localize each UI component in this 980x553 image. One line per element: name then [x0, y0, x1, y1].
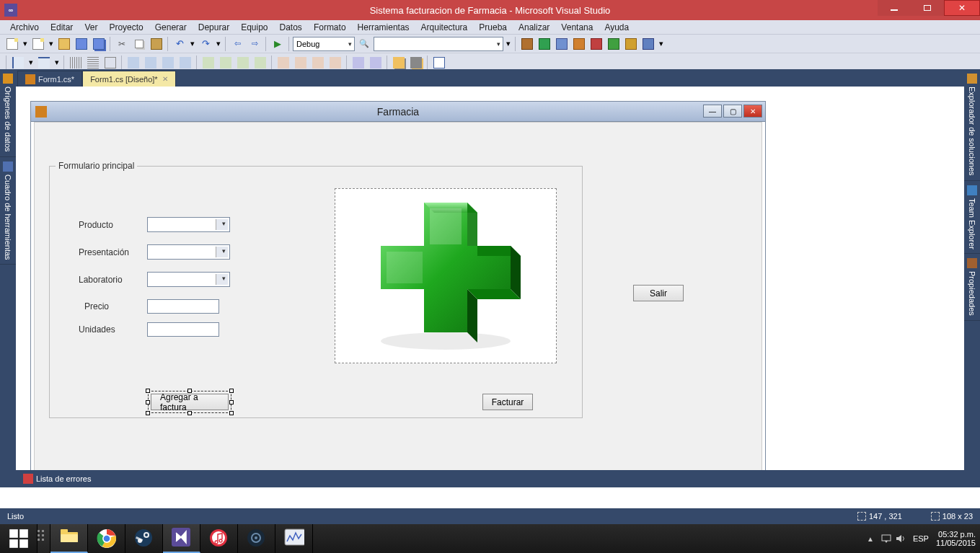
menu-ver[interactable]: Ver — [79, 21, 103, 34]
task-steam2[interactable] — [238, 524, 275, 553]
layout-icon[interactable] — [293, 55, 309, 71]
button-agregar-selection[interactable]: Agregar a factura — [151, 394, 229, 410]
menu-depurar[interactable]: Depurar — [193, 21, 235, 34]
menu-archivo[interactable]: Archivo — [4, 21, 45, 34]
layout-icon[interactable] — [368, 55, 384, 71]
resize-handle[interactable] — [229, 389, 234, 393]
layout-icon[interactable] — [252, 55, 268, 71]
copy-icon[interactable] — [131, 36, 147, 52]
task-itunes[interactable] — [200, 524, 238, 553]
undo-icon[interactable]: ↶ — [172, 36, 187, 52]
tab-error-list[interactable]: Lista de errores — [16, 471, 98, 487]
menu-ayuda[interactable]: Ayuda — [599, 21, 635, 34]
layout-icon[interactable] — [235, 55, 251, 71]
menu-arquitectura[interactable]: Arquitectura — [415, 21, 474, 34]
tab-solution-explorer[interactable]: Explorador de soluciones — [964, 69, 980, 181]
tray-language[interactable]: ESP — [913, 534, 929, 543]
button-salir[interactable]: Salir — [633, 285, 684, 301]
menu-editar[interactable]: Editar — [45, 21, 79, 34]
tray-show-hidden-icon[interactable]: ▲ — [867, 535, 874, 543]
tool-icon[interactable] — [640, 36, 656, 52]
groupbox-formulario[interactable]: Formulario principal Producto Presentaci… — [49, 166, 583, 418]
tab-order-icon[interactable] — [431, 55, 447, 71]
align-dd-icon[interactable]: ▾ — [53, 55, 61, 71]
search-combo[interactable] — [374, 37, 503, 51]
tool-icon[interactable] — [537, 36, 552, 52]
combo-producto[interactable] — [147, 217, 230, 232]
tool-icon[interactable] — [588, 36, 604, 52]
form-close-icon[interactable]: ✕ — [743, 105, 762, 118]
picturebox-cross[interactable] — [335, 188, 557, 363]
tab-form1-cs[interactable]: Form1.cs* — [17, 71, 82, 87]
open-icon[interactable] — [56, 36, 72, 52]
button-facturar[interactable]: Facturar — [482, 394, 533, 410]
task-view-button[interactable] — [37, 524, 50, 553]
menu-herramientas[interactable]: Herramientas — [352, 21, 415, 34]
layout-icon[interactable] — [143, 55, 159, 71]
new-project-icon[interactable] — [4, 36, 20, 52]
task-visual-studio[interactable] — [163, 524, 200, 553]
form-maximize-icon[interactable]: ▢ — [723, 105, 742, 118]
task-app[interactable] — [275, 524, 313, 553]
layout-icon[interactable] — [350, 55, 366, 71]
new-project-dd-icon[interactable]: ▾ — [22, 36, 29, 52]
add-item-dd-icon[interactable]: ▾ — [48, 36, 55, 52]
task-steam[interactable] — [125, 524, 163, 553]
nav-back-icon[interactable]: ⇦ — [229, 36, 245, 52]
menu-proyecto[interactable]: Proyecto — [103, 21, 149, 34]
cut-icon[interactable]: ✂ — [114, 36, 130, 52]
layout-icon[interactable] — [85, 55, 101, 71]
menu-ventana[interactable]: Ventana — [555, 21, 599, 34]
combo-presentacion[interactable] — [147, 244, 230, 260]
tool-icon[interactable] — [571, 36, 587, 52]
tab-propiedades[interactable]: Propiedades — [964, 254, 980, 321]
menu-prueba[interactable]: Prueba — [473, 21, 513, 34]
layout-icon[interactable] — [310, 55, 326, 71]
designer-surface[interactable]: Farmacia — ▢ ✕ Formulario principal Prod… — [16, 87, 964, 470]
menu-analizar[interactable]: Analizar — [513, 21, 555, 34]
tool-icon[interactable] — [623, 36, 639, 52]
resize-handle[interactable] — [187, 389, 192, 393]
save-icon[interactable] — [74, 36, 89, 52]
layout-icon[interactable] — [177, 55, 193, 71]
resize-handle[interactable] — [229, 400, 234, 404]
resize-handle[interactable] — [146, 411, 150, 415]
close-button[interactable]: ✕ — [944, 0, 980, 16]
search-dd-icon[interactable]: ▾ — [505, 36, 512, 52]
resize-handle[interactable] — [187, 411, 192, 415]
layout-icon[interactable] — [200, 55, 216, 71]
tab-origenes-datos[interactable]: Orígenes de datos — [0, 69, 16, 157]
bring-front-icon[interactable] — [391, 55, 407, 71]
resize-handle[interactable] — [146, 389, 150, 393]
nav-fwd-icon[interactable]: ⇨ — [247, 36, 262, 52]
form-body[interactable]: Formulario principal Producto Presentaci… — [34, 122, 762, 470]
close-tab-icon[interactable]: ✕ — [162, 75, 168, 83]
menu-datos[interactable]: Datos — [274, 21, 308, 34]
minimize-button[interactable] — [878, 0, 911, 16]
align-dd-icon[interactable]: ▾ — [27, 55, 35, 71]
config-dropdown[interactable]: Debug — [293, 37, 355, 51]
add-item-icon[interactable] — [30, 36, 46, 52]
layout-icon[interactable] — [102, 55, 118, 71]
layout-icon[interactable] — [218, 55, 234, 71]
find-in-files-icon[interactable]: 🔍 — [356, 36, 372, 52]
redo-dd-icon[interactable]: ▾ — [215, 36, 222, 52]
tab-cuadro-herramientas[interactable]: Cuadro de herramientas — [0, 157, 16, 265]
menu-generar[interactable]: Generar — [149, 21, 193, 34]
menu-formato[interactable]: Formato — [308, 21, 352, 34]
action-center-icon[interactable] — [881, 534, 891, 544]
form-minimize-icon[interactable]: — — [703, 105, 722, 118]
tool-icon[interactable] — [606, 36, 622, 52]
maximize-button[interactable] — [911, 0, 944, 16]
paste-icon[interactable] — [149, 36, 164, 52]
volume-icon[interactable] — [896, 534, 906, 544]
align-top-icon[interactable] — [36, 55, 52, 71]
tab-form1-design[interactable]: Form1.cs [Diseño]* ✕ — [82, 71, 176, 87]
redo-icon[interactable]: ↷ — [198, 36, 213, 52]
start-button[interactable] — [0, 524, 37, 553]
align-left-icon[interactable] — [10, 55, 26, 71]
save-all-icon[interactable] — [91, 36, 107, 52]
tab-team-explorer[interactable]: Team Explorer — [964, 181, 980, 255]
undo-dd-icon[interactable]: ▾ — [189, 36, 196, 52]
layout-icon[interactable] — [327, 55, 343, 71]
